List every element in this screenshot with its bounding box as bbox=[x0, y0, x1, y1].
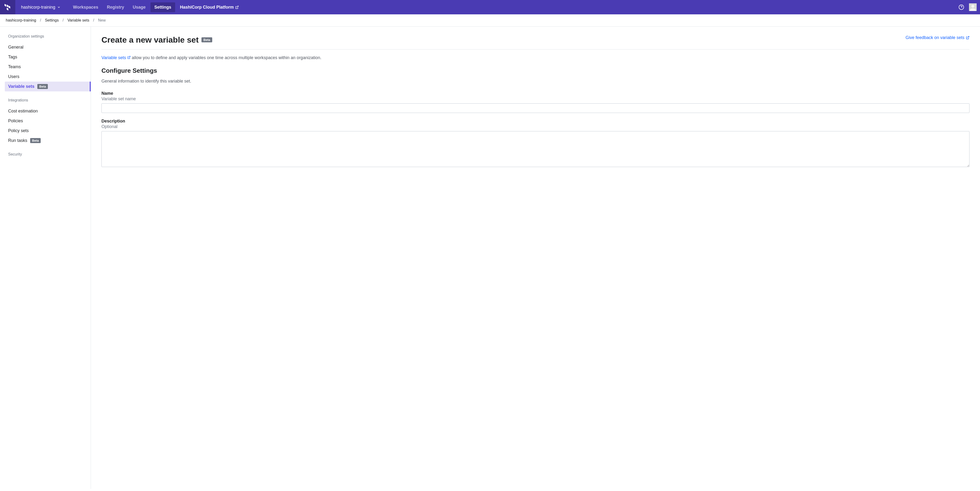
beta-badge: Beta bbox=[202, 37, 212, 42]
breadcrumb-varsets[interactable]: Variable sets bbox=[67, 18, 89, 22]
user-avatar[interactable] bbox=[969, 3, 977, 11]
intro-rest: allow you to define and apply variables … bbox=[132, 55, 321, 60]
description-textarea[interactable] bbox=[102, 131, 969, 167]
description-hint: Optional bbox=[102, 124, 969, 129]
svg-line-5 bbox=[129, 56, 130, 58]
nav-hcp[interactable]: HashiCorp Cloud Platform bbox=[176, 2, 243, 12]
breadcrumb-sep: / bbox=[62, 18, 64, 22]
main-content: Create a new variable set Beta Give feed… bbox=[91, 27, 980, 489]
sidebar-item-users[interactable]: Users bbox=[0, 72, 91, 82]
breadcrumb-org[interactable]: hashicorp-training bbox=[6, 18, 36, 22]
sidebar-item-general[interactable]: General bbox=[0, 42, 91, 52]
chevron-down-icon bbox=[57, 5, 60, 9]
nav-usage[interactable]: Usage bbox=[129, 2, 150, 12]
description-label: Description bbox=[102, 119, 969, 124]
sidebar-section-org: Organization settings bbox=[0, 34, 91, 42]
sidebar: Organization settings General Tags Teams… bbox=[0, 27, 91, 489]
sidebar-item-run-tasks[interactable]: Run tasks Beta bbox=[0, 136, 91, 146]
page-title-text: Create a new variable set bbox=[102, 35, 199, 44]
name-hint: Variable set name bbox=[102, 97, 969, 102]
external-link-icon bbox=[966, 36, 969, 40]
external-link-icon bbox=[127, 56, 130, 59]
intro-link-label: Variable sets bbox=[102, 55, 126, 60]
name-input[interactable] bbox=[102, 103, 969, 113]
help-icon[interactable] bbox=[958, 4, 964, 10]
sidebar-item-policy-sets[interactable]: Policy sets bbox=[0, 126, 91, 136]
breadcrumb-sep: / bbox=[40, 18, 41, 22]
nav-workspaces[interactable]: Workspaces bbox=[69, 2, 102, 12]
configure-settings-desc: General information to identify this var… bbox=[102, 79, 969, 84]
breadcrumb-current: New bbox=[98, 18, 106, 22]
external-link-icon bbox=[235, 5, 239, 9]
sidebar-section-security: Security bbox=[0, 152, 91, 160]
breadcrumb-sep: / bbox=[93, 18, 94, 22]
nav-settings[interactable]: Settings bbox=[151, 2, 175, 12]
nav-hcp-label: HashiCorp Cloud Platform bbox=[180, 5, 234, 10]
svg-point-3 bbox=[971, 5, 975, 8]
sidebar-item-label: Run tasks bbox=[8, 138, 27, 143]
variable-sets-doc-link[interactable]: Variable sets bbox=[102, 55, 132, 60]
breadcrumb: hashicorp-training / Settings / Variable… bbox=[0, 14, 980, 27]
sidebar-item-label: Variable sets bbox=[8, 84, 35, 89]
nav-registry[interactable]: Registry bbox=[103, 2, 128, 12]
org-name: hashicorp-training bbox=[21, 5, 55, 10]
page-title: Create a new variable set Beta bbox=[102, 35, 212, 44]
beta-badge: Beta bbox=[30, 138, 41, 143]
terraform-logo[interactable] bbox=[0, 0, 15, 14]
beta-badge: Beta bbox=[37, 84, 48, 89]
breadcrumb-settings[interactable]: Settings bbox=[45, 18, 59, 22]
feedback-link-label: Give feedback on variable sets bbox=[905, 35, 964, 40]
feedback-link[interactable]: Give feedback on variable sets bbox=[905, 35, 969, 40]
configure-settings-heading: Configure Settings bbox=[102, 67, 969, 75]
sidebar-item-cost-estimation[interactable]: Cost estimation bbox=[0, 106, 91, 116]
sidebar-item-teams[interactable]: Teams bbox=[0, 62, 91, 72]
svg-line-0 bbox=[237, 6, 238, 8]
sidebar-section-integrations: Integrations bbox=[0, 98, 91, 106]
sidebar-item-variable-sets[interactable]: Variable sets Beta bbox=[5, 82, 91, 91]
svg-line-4 bbox=[967, 37, 969, 38]
name-label: Name bbox=[102, 91, 969, 96]
intro-text: Variable sets allow you to define and ap… bbox=[102, 55, 969, 60]
org-switcher[interactable]: hashicorp-training bbox=[15, 5, 66, 10]
sidebar-item-tags[interactable]: Tags bbox=[0, 52, 91, 62]
sidebar-item-policies[interactable]: Policies bbox=[0, 116, 91, 126]
